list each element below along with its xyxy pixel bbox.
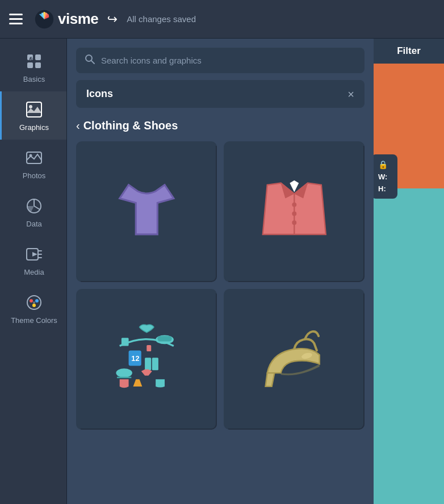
basics-icon: A B C — [24, 51, 44, 72]
svg-text:C: C — [32, 58, 34, 61]
svg-point-21 — [292, 202, 296, 207]
search-icon — [84, 53, 95, 68]
topbar: visme ↩ All changes saved — [0, 0, 444, 39]
main-layout: A B C Basics Graphics — [0, 39, 444, 504]
media-icon — [24, 244, 44, 264]
svg-point-11 — [30, 154, 32, 157]
graphics-grid: 12 — [67, 141, 374, 439]
grid-card-blazer[interactable] — [224, 141, 365, 282]
logo-text: visme — [58, 10, 98, 28]
svg-point-32 — [116, 368, 132, 377]
dim-row-w: W: — [378, 173, 391, 181]
svg-rect-25 — [146, 345, 151, 351]
undo-button[interactable]: ↩ — [107, 12, 118, 27]
sidebar-label-theme-colors: Theme Colors — [11, 316, 57, 325]
search-input[interactable] — [101, 56, 357, 65]
svg-point-15 — [30, 299, 33, 303]
sidebar-item-basics[interactable]: A B C Basics — [0, 43, 66, 91]
card-inner-heels — [225, 290, 363, 429]
sidebar-label-photos: Photos — [23, 171, 45, 180]
filter-label: Filter — [397, 45, 421, 56]
card-inner-blazer — [225, 142, 363, 281]
close-icon[interactable]: × — [347, 89, 354, 100]
palette-icon — [24, 292, 44, 313]
sidebar-item-media[interactable]: Media — [0, 236, 66, 284]
menu-button[interactable] — [9, 14, 23, 24]
svg-point-9 — [29, 105, 32, 108]
canvas-teal-block — [374, 188, 444, 504]
height-label: H: — [378, 184, 387, 193]
sidebar-label-graphics: Graphics — [19, 123, 49, 132]
svg-rect-24 — [122, 338, 129, 346]
back-chevron-icon[interactable]: ‹ — [76, 119, 80, 132]
width-label: W: — [378, 173, 387, 181]
svg-rect-27 — [157, 336, 171, 342]
breadcrumb: ‹ Clothing & Shoes — [67, 117, 374, 141]
graphics-icon — [24, 99, 44, 120]
svg-line-20 — [91, 61, 94, 64]
filter-bar: Filter — [374, 39, 444, 64]
svg-rect-2 — [35, 54, 41, 60]
lock-icon: 🔒 — [378, 160, 388, 169]
sidebar-item-graphics[interactable]: Graphics — [0, 91, 66, 140]
grid-card-heels[interactable] — [224, 289, 365, 430]
dim-row-h: H: — [378, 184, 391, 193]
photos-icon — [24, 148, 44, 168]
grid-card-tshirt[interactable] — [76, 141, 217, 282]
svg-point-22 — [292, 211, 296, 216]
svg-point-16 — [35, 299, 39, 303]
panel-area: Icons × ‹ Clothing & Shoes — [67, 39, 374, 504]
svg-rect-4 — [35, 62, 41, 68]
right-panel: Filter 🔒 W: H: — [374, 39, 444, 504]
sidebar-label-basics: Basics — [23, 75, 45, 83]
sidebar-item-data[interactable]: Data — [0, 188, 66, 236]
category-tab: Icons × — [76, 80, 365, 108]
breadcrumb-category: Clothing & Shoes — [83, 119, 178, 132]
svg-point-23 — [292, 220, 296, 225]
svg-rect-3 — [27, 62, 33, 68]
svg-rect-30 — [145, 358, 151, 370]
svg-point-18 — [33, 301, 35, 304]
sidebar-item-theme-colors[interactable]: Theme Colors — [0, 284, 66, 333]
card-inner-clothing-set: 12 — [77, 290, 216, 429]
logo: visme — [34, 9, 98, 30]
svg-rect-31 — [152, 358, 158, 370]
saved-status: All changes saved — [127, 14, 196, 24]
dimension-controls: 🔒 W: H: — [374, 154, 397, 199]
data-icon — [24, 196, 44, 216]
sidebar-item-photos[interactable]: Photos — [0, 140, 66, 188]
svg-text:12: 12 — [131, 355, 139, 363]
search-bar — [76, 48, 365, 73]
logo-icon — [34, 9, 55, 30]
svg-point-17 — [32, 304, 36, 307]
card-inner-tshirt — [77, 142, 216, 281]
sidebar-label-media: Media — [24, 268, 44, 276]
left-sidebar: A B C Basics Graphics — [0, 39, 67, 504]
canvas-area: 🔒 W: H: — [374, 64, 444, 504]
category-tab-label: Icons — [86, 88, 113, 100]
sidebar-label-data: Data — [26, 220, 41, 228]
grid-card-clothing-set[interactable]: 12 — [76, 289, 217, 430]
dim-row-lock: 🔒 — [378, 160, 391, 169]
